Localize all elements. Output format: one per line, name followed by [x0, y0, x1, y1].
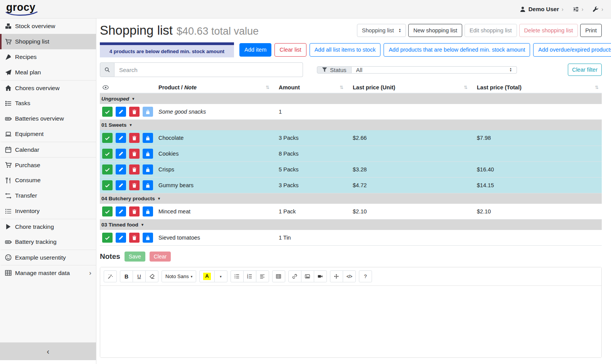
sidebar-item-chore-tracking[interactable]: Chore tracking [0, 219, 96, 234]
table-row: Gummy bears 3 Packs $4.72 $14.15 [100, 178, 602, 193]
mark-done-button[interactable] [102, 164, 113, 174]
mark-done-button[interactable] [102, 107, 113, 117]
editor-video-button[interactable] [314, 270, 327, 282]
caret-down-icon: ▾ [141, 222, 144, 227]
add-to-stock-button[interactable] [143, 180, 153, 190]
clear-list-button[interactable]: Clear list [274, 43, 306, 56]
editor-bold-button[interactable]: B [120, 270, 133, 282]
column-header-amount[interactable]: Amount ⇅ [278, 82, 352, 93]
delete-item-button[interactable] [129, 149, 140, 159]
editor-font-color-button[interactable]: A [199, 270, 214, 282]
mark-done-button[interactable] [102, 180, 113, 190]
edit-item-button[interactable] [116, 206, 126, 216]
editor-ordered-list-button[interactable] [243, 270, 256, 282]
editor-fullscreen-button[interactable] [330, 270, 343, 282]
mark-done-button[interactable] [102, 233, 113, 243]
sidebar-item-inventory[interactable]: Inventory [0, 203, 96, 219]
mark-done-button[interactable] [102, 133, 113, 143]
add-to-stock-button[interactable] [143, 107, 153, 117]
editor-paragraph-button[interactable] [256, 270, 269, 282]
editor-table-button[interactable] [272, 270, 285, 282]
user-menu[interactable]: Demo User › [520, 6, 564, 12]
editor-picture-button[interactable] [301, 270, 314, 282]
group-header-ungrouped[interactable]: Ungrouped ▾ [100, 94, 602, 104]
edit-item-button[interactable] [116, 164, 126, 174]
trash-icon [132, 209, 137, 214]
column-header-product[interactable]: Product / Note ⇅ [158, 82, 278, 93]
new-shopping-list-button[interactable]: New shopping list [408, 24, 462, 37]
sidebar-item-example-userentity[interactable]: Example userentity [0, 250, 96, 265]
edit-item-button[interactable] [116, 133, 126, 143]
sidebar-item-consume[interactable]: Consume [0, 173, 96, 188]
product-name: Gummy bears [158, 182, 278, 188]
shopping-list-select[interactable]: Shopping list ▲▼ [357, 24, 406, 37]
editor-font-color-dropdown[interactable]: ▾ [214, 270, 227, 282]
delete-item-button[interactable] [129, 233, 140, 243]
sidebar-item-meal-plan[interactable]: Meal plan [0, 65, 96, 80]
settings-menu[interactable]: › [573, 6, 584, 12]
edit-item-button[interactable] [116, 149, 126, 159]
search-input[interactable] [114, 62, 303, 77]
editor-codeview-button[interactable]: </> [343, 270, 356, 282]
mark-done-button[interactable] [102, 149, 113, 159]
editor-unordered-list-button[interactable] [231, 270, 244, 282]
edit-item-button[interactable] [116, 107, 126, 117]
add-to-stock-button[interactable] [143, 133, 153, 143]
editor-clear-format-button[interactable] [145, 270, 158, 282]
group-header-04-butchery-products[interactable]: 04 Butchery products ▾ [100, 193, 602, 204]
delete-item-button[interactable] [129, 164, 140, 174]
edit-item-button[interactable] [116, 180, 126, 190]
editor-underline-button[interactable]: U [133, 270, 146, 282]
sidebar-item-purchase[interactable]: Purchase [0, 157, 96, 173]
add-to-stock-button[interactable] [143, 164, 153, 174]
sidebar-item-battery-tracking[interactable]: Battery tracking [0, 234, 96, 250]
add-to-stock-button[interactable] [143, 206, 153, 216]
sidebar-item-recipes[interactable]: Recipes [0, 49, 96, 65]
submenu-arrow-icon: › [89, 269, 91, 277]
add-item-button[interactable]: Add item [239, 43, 271, 56]
editor-help-button[interactable]: ? [359, 270, 372, 282]
notes-editor-content[interactable] [100, 286, 601, 358]
group-header-01-sweets[interactable]: 01 Sweets ▾ [100, 120, 602, 130]
delete-item-button[interactable] [129, 206, 140, 216]
sidebar-collapse-button[interactable]: ‹ [0, 342, 96, 360]
sidebar-item-transfer[interactable]: Transfer [0, 188, 96, 203]
sidebar-item-equipment[interactable]: Equipment [0, 126, 96, 142]
grocy-app: grocy Demo User › › › [0, 0, 611, 364]
editor-style-button[interactable] [104, 270, 117, 282]
editor-font-name-button[interactable]: Noto Sans ▾ [162, 270, 196, 282]
status-filter-select[interactable]: All ▲▼ [352, 66, 517, 74]
add-to-stock-button[interactable] [143, 149, 153, 159]
add-overdue-button[interactable]: Add overdue/expired products [533, 43, 611, 56]
delete-item-button[interactable] [129, 133, 140, 143]
sidebar-item-batteries-overview[interactable]: Batteries overview [0, 111, 96, 126]
edit-shopping-list-button[interactable]: Edit shopping list [465, 24, 517, 37]
clear-filter-button[interactable]: Clear filter [568, 64, 602, 76]
print-button[interactable]: Print [580, 24, 602, 37]
notes-clear-button[interactable]: Clear [150, 252, 171, 262]
delete-shopping-list-button[interactable]: Delete shopping list [519, 24, 578, 37]
sidebar-item-manage-master-data[interactable]: Manage master data › [0, 265, 96, 280]
admin-menu[interactable]: › [592, 6, 603, 12]
sidebar-item-tasks[interactable]: Tasks [0, 96, 96, 111]
pencil-icon [118, 136, 123, 141]
column-header-last-price-total[interactable]: Last price (Total) ⇅ [476, 82, 602, 93]
delete-item-button[interactable] [129, 180, 140, 190]
add-to-stock-button[interactable] [143, 233, 153, 243]
add-below-min-stock-button[interactable]: Add products that are below defined min.… [384, 43, 530, 56]
toggle-done-items-eye-icon[interactable] [100, 82, 158, 93]
mark-done-button[interactable] [102, 206, 113, 216]
editor-link-button[interactable] [288, 270, 301, 282]
sidebar-item-chores-overview[interactable]: Chores overview [0, 80, 96, 96]
shopping-bag-icon [145, 109, 150, 114]
group-header-03-tinned-food[interactable]: 03 Tinned food ▾ [100, 220, 602, 230]
add-all-to-stock-button[interactable]: Add all list items to stock [310, 43, 381, 56]
sidebar-item-calendar[interactable]: Calendar [0, 142, 96, 157]
column-header-last-price-unit[interactable]: Last price (Unit) ⇅ [352, 82, 476, 93]
delete-item-button[interactable] [129, 107, 140, 117]
sidebar-item-stock-overview[interactable]: Stock overview [0, 18, 96, 34]
edit-item-button[interactable] [116, 233, 126, 243]
sidebar-item-shopping-list[interactable]: Shopping list [0, 34, 96, 49]
grocy-logo[interactable]: grocy [5, 2, 38, 17]
notes-save-button[interactable]: Save [125, 252, 145, 262]
